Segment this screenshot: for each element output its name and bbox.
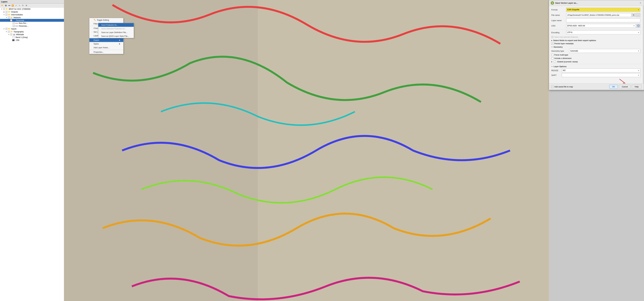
collapse-icon[interactable]: ⤡ [18, 4, 21, 7]
geom-type-select[interactable]: Automatic ▼ [569, 49, 640, 53]
pencil-icon: ✏️ [94, 19, 96, 21]
submenu-save-qgis-style[interactable]: Save as QGIS Layer Style File... [98, 34, 134, 38]
layer-label-256: 256 [16, 39, 19, 41]
legend-swatch-nonper [15, 22, 18, 24]
layer-item-brat-root[interactable]: ▼ 📁 BRAT for HUC 17090000 [0, 8, 64, 11]
layer-item-nonper[interactable]: Non-Per... [0, 22, 64, 25]
help-button[interactable]: Help [632, 85, 642, 89]
checkbox-topography[interactable] [8, 31, 10, 33]
extent-section-title[interactable]: ▶ Extent (current: none) [551, 61, 640, 63]
geom-type-row: Geometry type Automatic ▼ [551, 49, 640, 53]
geometry-section-title[interactable]: ▼ Geometry [551, 46, 640, 48]
filename-label: File name [551, 14, 566, 16]
filename-value: s\Paige\Desktop\ET-AL\BRAT_Models>170900… [567, 14, 619, 16]
layer-item-network[interactable]: ▼ 📁 Network [0, 16, 64, 19]
filename-clear-button[interactable]: ✕ [632, 14, 635, 17]
expand-arrow-perennial: ▼ [8, 19, 10, 22]
format-select[interactable]: ESRI Shapefile ▼ [566, 8, 640, 12]
open-layers-icon[interactable]: 📂 [1, 4, 4, 7]
submenu-save-layer-def[interactable]: Save as Layer Definition File... [98, 31, 134, 34]
layer-item-perennial[interactable]: ▼ 〰 Perennial [0, 19, 64, 22]
map-background [64, 0, 549, 301]
shpt-label: SHPT [551, 74, 562, 76]
layer-item-inputs[interactable]: ▼ 📁 Inputs [0, 27, 64, 30]
crs-select[interactable]: EPSG:4326 - WGS 84 ▼ [566, 24, 636, 28]
filename-row: File name s\Paige\Desktop\ET-AL\BRAT_Mod… [551, 13, 640, 17]
map-area: ✏️ Toggle Editing Filter... Change Data … [64, 0, 549, 301]
checkbox-perennia[interactable] [13, 25, 14, 27]
layer-options-section: RESIZE NO ▼ SHPT ▼ [551, 69, 640, 77]
dialog-title-text: Save Vector Layer as... [555, 2, 578, 4]
layer-item-band1[interactable]: Band 1 (Gray) [0, 36, 64, 39]
extent-checkbox[interactable] [554, 61, 556, 63]
checkbox-brat[interactable] [3, 8, 5, 10]
ok-button[interactable]: OK [609, 85, 618, 89]
resize-select[interactable]: NO ▼ [562, 69, 640, 72]
remove-layer-icon[interactable]: ➖ [8, 4, 11, 7]
force-multi-row: Force multi-type [551, 54, 640, 56]
extent-label: Extent (current: none) [558, 61, 578, 63]
submenu-save-features-as[interactable]: Save Features As... [98, 23, 134, 27]
filename-browse-button[interactable]: ... [636, 13, 640, 17]
layer-item-topography[interactable]: ▼ 📁 Topography [0, 30, 64, 33]
filter-icon[interactable]: 🔽 [11, 4, 14, 7]
save-vector-dialog: Q Save Vector Layer as... × Format ESRI … [549, 0, 644, 90]
crs-row-inner: EPSG:4326 - WGS 84 ▼ [566, 24, 640, 28]
context-styles[interactable]: Styles ▶ [90, 42, 123, 46]
format-row: Format ESRI Shapefile ▼ [551, 8, 640, 12]
folder-icon-outputs: 📁 [8, 11, 10, 13]
persist-checkbox[interactable] [551, 43, 554, 45]
submenu-arrow-export: ▶ [119, 39, 120, 41]
format-label: Format [551, 9, 566, 11]
force-multi-checkbox[interactable] [551, 54, 554, 56]
layer-item-hillshade[interactable]: ▼ ▦ Hillshade [0, 33, 64, 36]
layer-label-nonper: Non-Per... [19, 22, 28, 24]
add-to-map-label: Add saved file to map [554, 86, 573, 88]
expand-arrow-brat: ▼ [0, 8, 3, 10]
folder-icon-inputs: 📁 [8, 28, 10, 30]
context-add-notes[interactable]: Add Layer Notes... [90, 46, 123, 50]
export-submenu: Save Features As... Save Selected Featur… [98, 23, 134, 38]
checkbox-intermediates[interactable] [6, 14, 8, 16]
layer-label-perennial: Perennial [16, 19, 24, 22]
settings-icon[interactable]: ⚙ [25, 4, 28, 7]
context-properties[interactable]: Properties... [90, 50, 123, 54]
encoding-label: Encoding [551, 32, 566, 34]
add-layer-icon[interactable]: ➕ [4, 4, 7, 7]
layername-input[interactable] [566, 19, 640, 22]
crs-row: CRS EPSG:4326 - WGS 84 ▼ [551, 24, 640, 28]
geom-type-arrow: ▼ [638, 50, 639, 52]
layer-label-brat: BRAT for HUC 17090000 [9, 8, 30, 10]
dialog-footer: Add saved file to map OK Cancel Help [549, 83, 644, 90]
checkbox-inputs[interactable] [6, 28, 8, 30]
crs-globe-button[interactable] [636, 24, 640, 28]
select-fields-section-title[interactable]: ▶ Select fields to export and their expo… [551, 39, 640, 42]
add-to-map-checkbox[interactable] [551, 86, 554, 88]
shpt-select[interactable]: ▼ [562, 73, 640, 77]
geometry-arrow: ▼ [551, 46, 553, 48]
filename-input[interactable]: s\Paige\Desktop\ET-AL\BRAT_Models>170900… [566, 13, 631, 17]
checkbox-outputs[interactable] [6, 11, 8, 13]
qgis-logo: Q [551, 1, 554, 5]
checkbox-network[interactable] [8, 17, 10, 19]
context-toggle-editing[interactable]: ✏️ Toggle Editing [90, 18, 123, 22]
encoding-select[interactable]: UTF-8 ▼ [566, 31, 640, 34]
filename-file-row: s\Paige\Desktop\ET-AL\BRAT_Models>170900… [566, 13, 640, 17]
include-z-checkbox[interactable] [551, 57, 554, 59]
select-fields-label: Select fields to export and their export… [553, 39, 596, 42]
layer-item-perennia[interactable]: Perennia... [0, 25, 64, 27]
context-export[interactable]: Export ▶ [90, 38, 123, 42]
checkbox-hillshade[interactable] [10, 34, 12, 36]
expand-icon[interactable]: ⤢ [14, 4, 18, 7]
checkbox-perennial[interactable] [10, 19, 12, 21]
layer-item-intermediates[interactable]: ▼ 📁 Intermediates [0, 13, 64, 16]
layer-item-outputs[interactable]: ▶ 📁 Outputs [0, 11, 64, 13]
checkbox-band1[interactable] [13, 36, 14, 38]
checkbox-nonper[interactable] [13, 22, 14, 24]
dialog-close-button[interactable]: × [639, 1, 642, 5]
cancel-button[interactable]: Cancel [619, 85, 630, 89]
resize-value: NO [563, 69, 566, 72]
refresh-icon[interactable]: ↻ [22, 4, 24, 7]
folder-icon-network: 📁 [10, 17, 13, 19]
layer-options-title[interactable]: ▼ Layer Options [551, 65, 640, 68]
